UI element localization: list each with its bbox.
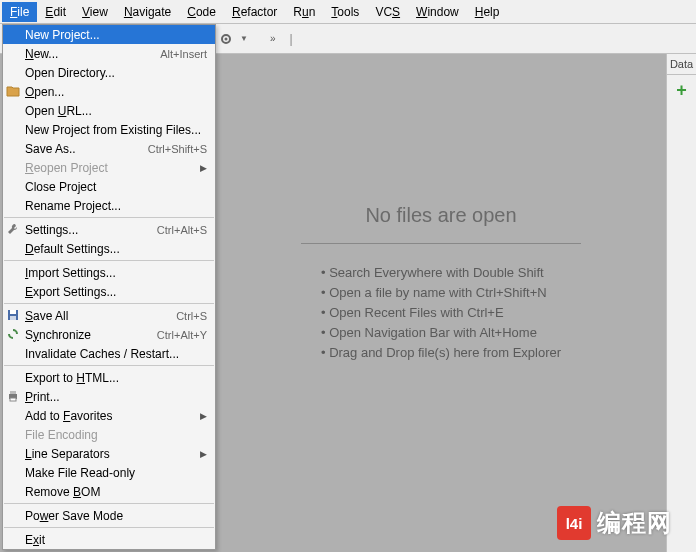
menu-shortcut: Alt+Insert xyxy=(160,48,207,60)
menu-item-new-project-from-existing-files[interactable]: New Project from Existing Files... xyxy=(3,120,215,139)
menu-item-label: New Project from Existing Files... xyxy=(25,123,201,137)
menu-shortcut: Ctrl+Alt+Y xyxy=(157,329,207,341)
tip-line: Open Recent Files with Ctrl+E xyxy=(321,305,561,320)
placeholder-title: No files are open xyxy=(365,204,516,227)
save-icon xyxy=(6,308,20,322)
menu-item-invalidate-caches-restart[interactable]: Invalidate Caches / Restart... xyxy=(3,344,215,363)
menu-refactor[interactable]: Refactor xyxy=(224,2,285,22)
menu-item-export-to-html[interactable]: Export to HTML... xyxy=(3,368,215,387)
watermark-text: 编程网 xyxy=(597,507,672,539)
menu-item-label: Close Project xyxy=(25,180,96,194)
menu-item-label: Exit xyxy=(25,533,45,547)
menu-help[interactable]: Help xyxy=(467,2,508,22)
sync-icon xyxy=(6,327,20,341)
menu-separator xyxy=(4,527,214,528)
menu-item-synchronize[interactable]: SynchronizeCtrl+Alt+Y xyxy=(3,325,215,344)
menu-item-default-settings[interactable]: Default Settings... xyxy=(3,239,215,258)
menu-item-label: Export to HTML... xyxy=(25,371,119,385)
database-tab[interactable]: Data xyxy=(667,54,696,75)
svg-rect-4 xyxy=(10,316,16,320)
menu-item-label: Open URL... xyxy=(25,104,92,118)
menu-item-reopen-project: Reopen Project▶ xyxy=(3,158,215,177)
svg-rect-7 xyxy=(10,398,16,401)
menu-item-save-as[interactable]: Save As..Ctrl+Shift+S xyxy=(3,139,215,158)
tip-line: Open Navigation Bar with Alt+Home xyxy=(321,325,561,340)
menu-item-label: Open... xyxy=(25,85,64,99)
submenu-arrow-icon: ▶ xyxy=(200,411,207,421)
menu-item-label: Default Settings... xyxy=(25,242,120,256)
menu-item-label: Print... xyxy=(25,390,60,404)
menubar: FileEditViewNavigateCodeRefactorRunTools… xyxy=(0,0,696,24)
svg-rect-6 xyxy=(10,391,16,394)
placeholder-divider xyxy=(301,243,581,244)
menu-item-rename-project[interactable]: Rename Project... xyxy=(3,196,215,215)
menu-item-new[interactable]: New...Alt+Insert xyxy=(3,44,215,63)
menu-window[interactable]: Window xyxy=(408,2,467,22)
menu-item-print[interactable]: Print... xyxy=(3,387,215,406)
svg-rect-3 xyxy=(10,310,16,314)
add-icon[interactable]: + xyxy=(674,83,690,99)
editor-placeholder: No files are open Search Everywhere with… xyxy=(216,54,666,552)
menu-vcs[interactable]: VCS xyxy=(367,2,408,22)
menu-code[interactable]: Code xyxy=(179,2,224,22)
menu-view[interactable]: View xyxy=(74,2,116,22)
menu-item-close-project[interactable]: Close Project xyxy=(3,177,215,196)
print-icon xyxy=(6,389,20,403)
gear-icon[interactable] xyxy=(218,31,234,47)
menu-item-exit[interactable]: Exit xyxy=(3,530,215,549)
menu-item-save-all[interactable]: Save AllCtrl+S xyxy=(3,306,215,325)
menu-item-add-to-favorites[interactable]: Add to Favorites▶ xyxy=(3,406,215,425)
dropdown-arrow-icon[interactable]: ▼ xyxy=(240,34,248,43)
menu-item-label: Make File Read-only xyxy=(25,466,135,480)
tip-line: Open a file by name with Ctrl+Shift+N xyxy=(321,285,561,300)
tip-line: Search Everywhere with Double Shift xyxy=(321,265,561,280)
menu-run[interactable]: Run xyxy=(285,2,323,22)
menu-item-label: Remove BOM xyxy=(25,485,100,499)
menu-item-label: Save All xyxy=(25,309,68,323)
menu-item-power-save-mode[interactable]: Power Save Mode xyxy=(3,506,215,525)
tips-list: Search Everywhere with Double ShiftOpen … xyxy=(321,260,561,365)
menu-item-label: Line Separators xyxy=(25,447,110,461)
menu-item-line-separators[interactable]: Line Separators▶ xyxy=(3,444,215,463)
menu-item-file-encoding: File Encoding xyxy=(3,425,215,444)
submenu-arrow-icon: ▶ xyxy=(200,449,207,459)
menu-separator xyxy=(4,260,214,261)
menu-item-label: Invalidate Caches / Restart... xyxy=(25,347,179,361)
menu-item-import-settings[interactable]: Import Settings... xyxy=(3,263,215,282)
watermark-badge: l4i xyxy=(557,506,591,540)
menu-separator xyxy=(4,503,214,504)
menu-item-open[interactable]: Open... xyxy=(3,82,215,101)
menu-item-remove-bom[interactable]: Remove BOM xyxy=(3,482,215,501)
menu-separator xyxy=(4,365,214,366)
file-menu-dropdown: New Project...New...Alt+InsertOpen Direc… xyxy=(2,24,216,550)
submenu-arrow-icon: ▶ xyxy=(200,163,207,173)
tip-line: Drag and Drop file(s) here from Explorer xyxy=(321,345,561,360)
menu-item-export-settings[interactable]: Export Settings... xyxy=(3,282,215,301)
wrench-icon xyxy=(6,222,20,236)
svg-point-1 xyxy=(225,37,228,40)
menu-item-label: New... xyxy=(25,47,58,61)
menu-item-label: Reopen Project xyxy=(25,161,108,175)
menu-item-label: Add to Favorites xyxy=(25,409,112,423)
collapse-icon[interactable]: » xyxy=(270,33,276,44)
menu-file[interactable]: File xyxy=(2,2,37,22)
menu-tools[interactable]: Tools xyxy=(323,2,367,22)
menu-item-make-file-read-only[interactable]: Make File Read-only xyxy=(3,463,215,482)
menu-item-label: Save As.. xyxy=(25,142,76,156)
menu-item-label: Synchronize xyxy=(25,328,91,342)
menu-item-label: Rename Project... xyxy=(25,199,121,213)
menu-navigate[interactable]: Navigate xyxy=(116,2,179,22)
menu-item-label: Import Settings... xyxy=(25,266,116,280)
menu-item-open-url[interactable]: Open URL... xyxy=(3,101,215,120)
menu-item-new-project[interactable]: New Project... xyxy=(3,25,215,44)
menu-shortcut: Ctrl+Alt+S xyxy=(157,224,207,236)
menu-shortcut: Ctrl+Shift+S xyxy=(148,143,207,155)
menu-item-settings[interactable]: Settings...Ctrl+Alt+S xyxy=(3,220,215,239)
menu-edit[interactable]: Edit xyxy=(37,2,74,22)
menu-item-label: Export Settings... xyxy=(25,285,116,299)
menu-item-label: Settings... xyxy=(25,223,78,237)
menu-item-label: New Project... xyxy=(25,28,100,42)
menu-item-open-directory[interactable]: Open Directory... xyxy=(3,63,215,82)
menu-shortcut: Ctrl+S xyxy=(176,310,207,322)
menu-item-label: File Encoding xyxy=(25,428,98,442)
